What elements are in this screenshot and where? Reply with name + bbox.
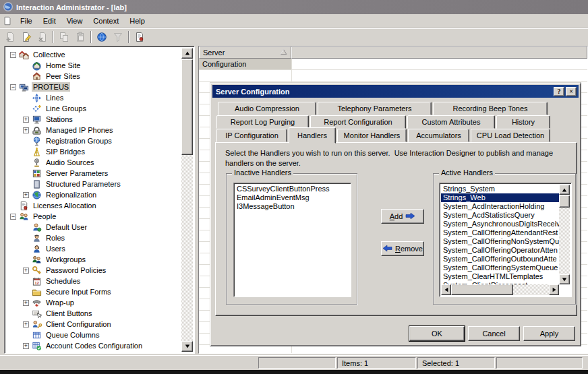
filter-button[interactable] [110, 30, 126, 44]
add-button[interactable]: Add [381, 209, 424, 224]
active-handler-item[interactable]: System_AcdInteractionHolding [441, 202, 559, 211]
license-report-button[interactable] [131, 30, 148, 44]
tree-item-stations[interactable]: +Stations [6, 114, 181, 125]
expand-box[interactable]: + [23, 117, 29, 123]
tree-item-registration-groups[interactable]: Registration Groups [6, 135, 181, 146]
apply-button[interactable]: Apply [523, 326, 575, 341]
tree-item-proteus[interactable]: −PROTEUS [6, 82, 181, 92]
tab-history[interactable]: History [496, 115, 550, 129]
menu-help[interactable]: Help [124, 15, 150, 26]
active-handler-item[interactable]: System_CallOfferingNonSystemQue [441, 237, 559, 246]
tree-item-licenses-allocation[interactable]: Licenses Allocation [6, 200, 181, 211]
expand-box[interactable]: + [23, 127, 29, 133]
expand-box[interactable]: + [23, 343, 29, 349]
edit-entry-button[interactable] [18, 30, 34, 44]
active-list-hscrollbar[interactable] [441, 284, 559, 295]
expand-box[interactable]: + [23, 192, 29, 198]
tree-item-structured-parameters[interactable]: Structured Parameters [6, 179, 181, 189]
ok-button[interactable]: OK [409, 326, 465, 341]
column-header-server[interactable]: Server [199, 46, 291, 59]
tab-telephony-parameters[interactable]: Telephony Parameters [318, 102, 432, 115]
tree-item-secure-input-forms[interactable]: Secure Input Forms [6, 286, 181, 297]
tab-cpu-load-detection[interactable]: CPU Load Detection [471, 129, 550, 142]
active-handler-item[interactable]: System_CallOfferingOutboundAtte [441, 255, 559, 263]
server-manager-button[interactable] [94, 30, 110, 44]
tab-accumulators[interactable]: Accumulators [408, 129, 469, 142]
tree-item-peer-sites[interactable]: Peer Sites [6, 71, 181, 82]
tab-custom-attributes[interactable]: Custom Attributes [407, 115, 495, 129]
collapse-box[interactable]: − [10, 214, 16, 220]
configuration-row[interactable]: Configuration [199, 59, 291, 69]
active-handler-item[interactable]: Strings_Web [441, 193, 559, 202]
tree-scrollbar[interactable] [181, 48, 193, 352]
scroll-left-button[interactable] [441, 284, 451, 295]
delete-entry-button[interactable] [34, 30, 51, 44]
tree-item-server-parameters[interactable]: Server Parameters [6, 168, 181, 179]
tab-report-log-purging[interactable]: Report Log Purging [216, 115, 309, 129]
remove-button[interactable]: Remove [381, 241, 424, 256]
tree-item-collective[interactable]: −Collective [6, 49, 181, 60]
tree-item-regionalization[interactable]: +Regionalization [6, 189, 181, 200]
tree-item-schedules[interactable]: 12Schedules [6, 276, 181, 286]
paste-button[interactable] [72, 30, 88, 44]
tab-report-configuration[interactable]: Report Configuration [310, 115, 406, 129]
close-icon[interactable]: × [566, 87, 577, 96]
expand-box[interactable]: + [23, 321, 29, 328]
menu-view[interactable]: View [61, 15, 88, 26]
active-handler-item[interactable]: System_CallOfferingAttendantRest [441, 228, 559, 237]
collapse-box[interactable]: − [10, 52, 16, 58]
menu-edit[interactable]: Edit [38, 15, 61, 26]
active-handler-item[interactable]: System_AsynchronousDigitsReceiv [441, 220, 559, 228]
tree-item-sip-bridges[interactable]: SIP Bridges [6, 146, 181, 157]
copy-button[interactable] [56, 30, 72, 44]
collapse-box[interactable]: − [10, 84, 16, 90]
active-handler-item[interactable]: Strings_System [441, 185, 559, 193]
tree-item-lines[interactable]: Lines [6, 92, 181, 103]
scroll-thumb[interactable] [181, 59, 193, 155]
tab-handlers[interactable]: Handlers [289, 127, 336, 144]
tree-item-line-groups[interactable]: Line Groups [6, 103, 181, 114]
tree-item-home-site[interactable]: Home Site [6, 60, 181, 71]
tab-ip-configuration[interactable]: IP Configuration [216, 129, 287, 142]
scroll-thumb[interactable] [451, 284, 513, 295]
menu-context[interactable]: Context [88, 15, 124, 26]
inactive-handler-item[interactable]: I3MessageButton [235, 202, 350, 211]
tree-item-queue-columns[interactable]: Queue Columns [6, 330, 181, 340]
active-handler-item[interactable]: System_ClearHTMLTemplates [441, 272, 559, 281]
active-handler-item[interactable]: System_AcdStatisticsQuery [441, 211, 559, 220]
active-list-vscrollbar[interactable] [559, 185, 570, 284]
active-handler-item[interactable]: System_CallOfferingOperatorAtten [441, 246, 559, 255]
scroll-up-button[interactable] [181, 48, 193, 59]
tree-item-wrap-up[interactable]: +Wrap-up [6, 297, 181, 308]
active-handlers-list[interactable]: Strings_SystemStrings_WebSystem_AcdInter… [439, 183, 572, 297]
tree-item-managed-ip-phones[interactable]: +Managed IP Phones [6, 125, 181, 135]
new-entry-button[interactable] [2, 30, 18, 44]
tree-item-client-configuration[interactable]: +Client Configuration [6, 319, 181, 330]
help-icon[interactable]: ? [554, 87, 564, 96]
tab-monitor-handlers[interactable]: Monitor Handlers [337, 129, 407, 142]
scroll-up-button[interactable] [559, 185, 570, 195]
dialog-titlebar[interactable]: Server Configuration ? × [212, 85, 579, 98]
tab-audio-compression[interactable]: Audio Compression [218, 102, 316, 115]
scroll-thumb[interactable] [559, 195, 570, 208]
scroll-right-button[interactable] [549, 284, 559, 295]
titlebar[interactable]: Interaction Administrator - [lab] [0, 0, 588, 14]
menu-file[interactable]: File [15, 15, 38, 26]
tree-item-client-buttons[interactable]: Client Buttons [6, 308, 181, 319]
inactive-handler-item[interactable]: EmailAdminEventMsg [235, 193, 350, 202]
tree-item-client-templates[interactable]: Client Templates [6, 351, 181, 352]
active-handler-item[interactable]: System_CallOfferingSystemQueue [441, 263, 559, 272]
tree-item-default-user[interactable]: Default User [6, 222, 181, 232]
scroll-down-button[interactable] [559, 274, 570, 284]
tree-item-roles[interactable]: Roles [6, 232, 181, 243]
tree-item-audio-sources[interactable]: Audio Sources [6, 157, 181, 168]
tree-item-password-policies[interactable]: +Password Policies [6, 265, 181, 276]
inactive-handler-item[interactable]: CSSurveyClientButtonPress [235, 185, 350, 193]
expand-box[interactable]: + [23, 268, 29, 274]
cancel-button[interactable]: Cancel [468, 326, 520, 341]
expand-box[interactable]: + [23, 300, 29, 306]
inactive-handlers-list[interactable]: CSSurveyClientButtonPressEmailAdminEvent… [233, 183, 351, 297]
tree-item-users[interactable]: Users [6, 243, 181, 254]
scroll-down-button[interactable] [181, 341, 193, 352]
tree-item-workgroups[interactable]: Workgroups [6, 254, 181, 265]
